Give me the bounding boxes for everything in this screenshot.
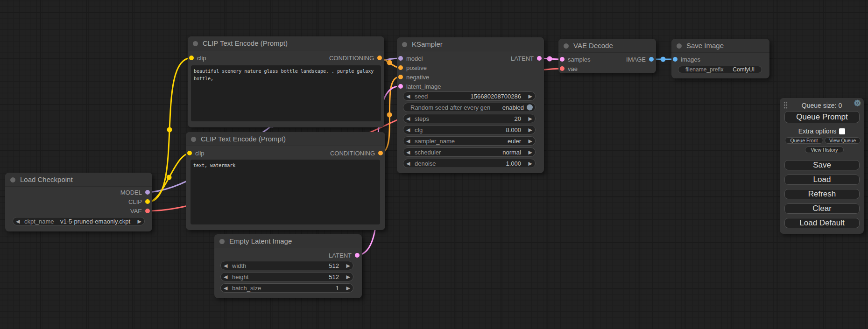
view-queue-button[interactable]: View Queue: [825, 137, 861, 144]
node-title-bar[interactable]: Empty Latent Image: [214, 234, 362, 248]
input-port-vae[interactable]: vae: [560, 65, 578, 72]
node-title-bar[interactable]: Load Checkpoint: [5, 173, 152, 187]
increment-arrow-icon[interactable]: ▶: [346, 286, 350, 291]
node-title-bar[interactable]: CLIP Text Encode (Prompt): [188, 36, 384, 50]
widget-batch-size[interactable]: ◀ batch_size 1 ▶: [220, 283, 353, 293]
refresh-button[interactable]: Refresh: [784, 189, 860, 199]
widget-scheduler[interactable]: ◀ scheduler normal ▶: [403, 147, 536, 157]
port-dot[interactable]: [560, 66, 565, 71]
input-port-clip[interactable]: clip: [187, 150, 205, 156]
output-port-latent[interactable]: LATENT: [329, 252, 360, 259]
port-dot[interactable]: [537, 56, 542, 61]
load-button[interactable]: Load: [784, 175, 860, 185]
node-title-bar[interactable]: CLIP Text Encode (Prompt): [186, 132, 385, 146]
output-port-image[interactable]: IMAGE: [626, 56, 654, 63]
increment-arrow-icon[interactable]: ▶: [529, 139, 532, 144]
node-ksampler[interactable]: KSampler model positive negative latent_…: [397, 37, 544, 173]
decrement-arrow-icon[interactable]: ◀: [406, 127, 410, 133]
port-dot[interactable]: [398, 56, 403, 61]
view-history-button[interactable]: View History: [805, 147, 844, 153]
port-dot[interactable]: [649, 57, 654, 62]
widget-filename-prefix[interactable]: filename_prefix ComfyUI: [678, 66, 762, 73]
increment-arrow-icon[interactable]: ▶: [529, 150, 532, 155]
widget-height[interactable]: ◀ height 512 ▶: [220, 272, 353, 281]
port-dot[interactable]: [673, 57, 677, 62]
node-save-image[interactable]: Save Image images filename_prefix ComfyU…: [671, 39, 769, 78]
collapse-dot-icon[interactable]: [402, 42, 407, 47]
node-title-bar[interactable]: VAE Decode: [558, 39, 656, 53]
toggle-knob[interactable]: [527, 105, 533, 111]
settings-gear-icon[interactable]: ⚙: [854, 99, 861, 107]
node-vae-decode[interactable]: VAE Decode samples vae IMAGE: [558, 39, 656, 73]
queue-front-button[interactable]: Queue Front: [785, 137, 823, 144]
port-dot[interactable]: [145, 209, 150, 213]
collapse-dot-icon[interactable]: [191, 137, 196, 142]
port-dot[interactable]: [377, 56, 382, 60]
output-port-clip[interactable]: CLIP: [128, 198, 150, 205]
port-dot[interactable]: [145, 190, 150, 195]
widget-sampler-name[interactable]: ◀ sampler_name euler ▶: [403, 136, 536, 146]
input-port-samples[interactable]: samples: [560, 56, 590, 63]
port-dot[interactable]: [398, 84, 403, 89]
decrement-arrow-icon[interactable]: ◀: [406, 150, 410, 155]
output-port-model[interactable]: MODEL: [120, 189, 150, 196]
node-load-checkpoint[interactable]: Load Checkpoint MODEL CLIP VAE ◀ ckpt_na…: [5, 173, 152, 231]
decrement-arrow-icon[interactable]: ◀: [406, 139, 410, 144]
decrement-arrow-icon[interactable]: ◀: [406, 116, 410, 121]
port-dot[interactable]: [398, 65, 403, 70]
collapse-dot-icon[interactable]: [677, 43, 682, 49]
collapse-dot-icon[interactable]: [564, 43, 569, 49]
collapse-dot-icon[interactable]: [193, 41, 198, 46]
widget-steps[interactable]: ◀ steps 20 ▶: [403, 114, 536, 123]
clear-button[interactable]: Clear: [784, 203, 860, 214]
node-title-bar[interactable]: KSampler: [397, 37, 544, 51]
input-port-latent-image[interactable]: latent_image: [398, 83, 441, 90]
widget-ckpt-name[interactable]: ◀ ckpt_name v1-5-pruned-emaonly.ckpt ▶: [13, 217, 145, 225]
output-port-conditioning[interactable]: CONDITIONING: [330, 150, 383, 156]
port-dot[interactable]: [355, 253, 360, 258]
prompt-textarea[interactable]: beautiful scenery nature glass bottle la…: [191, 65, 381, 121]
decrement-arrow-icon[interactable]: ◀: [224, 274, 227, 280]
node-empty-latent-image[interactable]: Empty Latent Image LATENT ◀ width 512 ▶ …: [214, 234, 362, 298]
increment-arrow-icon[interactable]: ▶: [529, 161, 532, 166]
prompt-textarea[interactable]: text, watermark: [191, 160, 380, 224]
input-port-clip[interactable]: clip: [189, 55, 206, 61]
decrement-arrow-icon[interactable]: ◀: [406, 94, 410, 99]
increment-arrow-icon[interactable]: ▶: [346, 274, 350, 280]
load-default-button[interactable]: Load Default: [784, 218, 860, 228]
collapse-dot-icon[interactable]: [10, 177, 15, 182]
port-dot[interactable]: [560, 57, 565, 62]
node-clip-text-encode-negative[interactable]: CLIP Text Encode (Prompt) clip CONDITION…: [186, 132, 385, 230]
port-dot[interactable]: [189, 56, 194, 60]
decrement-arrow-icon[interactable]: ◀: [406, 161, 410, 166]
decrement-arrow-icon[interactable]: ◀: [16, 219, 20, 224]
port-dot[interactable]: [378, 151, 383, 155]
increment-arrow-icon[interactable]: ▶: [346, 263, 350, 268]
widget-random-seed[interactable]: Random seed after every gen enabled: [403, 103, 536, 112]
increment-arrow-icon[interactable]: ▶: [138, 219, 141, 224]
collapse-dot-icon[interactable]: [219, 239, 225, 244]
port-dot[interactable]: [187, 151, 192, 155]
input-port-images[interactable]: images: [673, 56, 700, 63]
output-port-vae[interactable]: VAE: [130, 208, 150, 214]
output-port-conditioning[interactable]: CONDITIONING: [329, 55, 382, 61]
widget-cfg[interactable]: ◀ cfg 8.000 ▶: [403, 125, 536, 134]
save-button[interactable]: Save: [784, 160, 860, 170]
port-dot[interactable]: [145, 199, 150, 204]
decrement-arrow-icon[interactable]: ◀: [224, 286, 227, 291]
node-clip-text-encode-positive[interactable]: CLIP Text Encode (Prompt) clip CONDITION…: [188, 36, 384, 127]
increment-arrow-icon[interactable]: ▶: [529, 116, 532, 121]
queue-prompt-button[interactable]: Queue Prompt: [784, 111, 860, 123]
decrement-arrow-icon[interactable]: ◀: [224, 263, 227, 268]
output-port-latent[interactable]: LATENT: [511, 55, 542, 62]
port-dot[interactable]: [398, 75, 403, 79]
input-port-negative[interactable]: negative: [398, 74, 429, 80]
increment-arrow-icon[interactable]: ▶: [529, 94, 532, 99]
widget-width[interactable]: ◀ width 512 ▶: [220, 261, 353, 270]
widget-seed[interactable]: ◀ seed 156680208700286 ▶: [403, 91, 536, 101]
increment-arrow-icon[interactable]: ▶: [529, 127, 532, 133]
widget-denoise[interactable]: ◀ denoise 1.000 ▶: [403, 159, 536, 168]
input-port-positive[interactable]: positive: [398, 64, 427, 71]
extra-options-checkbox[interactable]: [839, 128, 845, 134]
input-port-model[interactable]: model: [398, 55, 423, 62]
